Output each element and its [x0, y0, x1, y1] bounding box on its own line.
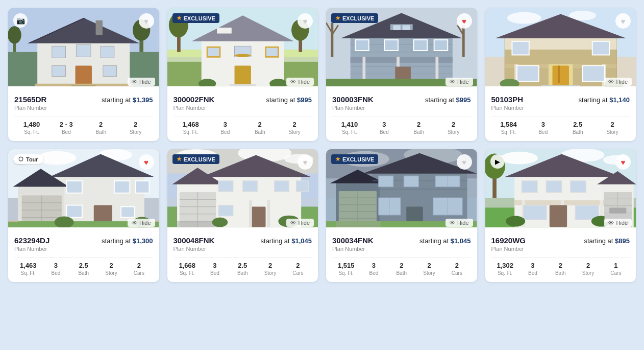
- favorite-button[interactable]: ♥: [457, 154, 472, 170]
- favorite-button[interactable]: ♥: [139, 154, 154, 170]
- card-title-row: 16920WG starting at $895: [491, 236, 630, 245]
- card-body: 623294DJ starting at $1,300 Plan Number …: [8, 231, 159, 282]
- eye-icon: 👁: [132, 220, 137, 226]
- svg-rect-171: [336, 221, 381, 227]
- bed-value: 3: [213, 262, 216, 269]
- property-card-6[interactable]: ★ EXCLUSIVE ♥ 👁 Hide 300048FNK starting …: [167, 149, 318, 282]
- card-title-row: 21565DR starting at $1,395: [14, 95, 153, 104]
- svg-rect-63: [355, 40, 369, 51]
- svg-rect-86: [582, 65, 604, 81]
- bath-stat: 2.5 Bath: [229, 262, 256, 276]
- favorite-button[interactable]: ♥: [298, 154, 313, 170]
- bed-value: 3: [54, 262, 58, 269]
- bed-stat: 3 Bed: [208, 121, 242, 135]
- hide-label: Hide: [139, 220, 151, 226]
- hide-button[interactable]: 👁 Hide: [128, 219, 155, 227]
- hide-button[interactable]: 👁 Hide: [286, 78, 314, 86]
- svg-rect-65: [414, 40, 428, 51]
- hide-label: Hide: [298, 79, 310, 85]
- cars-stat: 2 Cars: [443, 262, 470, 276]
- property-grid: 📷 ♥ 👁 Hide 21565DR starting at $1,395 Pl…: [8, 8, 636, 282]
- exclusive-badge: ★ EXCLUSIVE: [331, 154, 378, 164]
- cars-value: 2: [296, 262, 300, 269]
- exclusive-label: EXCLUSIVE: [184, 156, 215, 162]
- hide-label: Hide: [457, 79, 469, 85]
- property-card-7[interactable]: ★ EXCLUSIVE ♥ 👁 Hide 300034FNK starting …: [326, 149, 477, 282]
- tour-badge[interactable]: ⬡ Tour: [13, 154, 43, 164]
- sqft-value: 1,515: [338, 262, 355, 269]
- story-label: Story: [606, 129, 618, 135]
- story-label: Story: [264, 270, 276, 276]
- property-card-8[interactable]: ▶ ♥ 👁 Hide 16920WG starting at $895 Plan…: [485, 149, 636, 282]
- story-value: 2: [452, 121, 455, 128]
- divider: [332, 116, 471, 116]
- hide-button[interactable]: 👁 Hide: [604, 78, 632, 86]
- svg-rect-133: [218, 181, 233, 192]
- favorite-button[interactable]: ♥: [457, 13, 472, 29]
- svg-rect-28: [265, 47, 278, 57]
- svg-rect-195: [546, 181, 562, 193]
- story-label: Story: [105, 270, 117, 276]
- card-body: 300048FNK starting at $1,045 Plan Number…: [167, 231, 318, 282]
- plan-label: Plan Number: [332, 246, 471, 252]
- cars-stat: 1 Cars: [602, 262, 630, 276]
- story-value: 2: [586, 262, 590, 269]
- bath-label: Bath: [413, 129, 424, 135]
- stats-row: 1,515 Sq. Ft. 3 Bed 2 Bath 2 Story 2 Car…: [332, 262, 471, 276]
- cars-value: 1: [614, 262, 617, 269]
- bath-value: 2: [417, 121, 420, 128]
- favorite-button[interactable]: ♥: [615, 154, 631, 170]
- property-card-4[interactable]: ♥ 👁 Hide 50103PH starting at $1,140 Plan…: [485, 8, 636, 141]
- svg-rect-58: [403, 25, 410, 30]
- hide-button[interactable]: 👁 Hide: [128, 78, 155, 86]
- svg-point-6: [8, 26, 21, 43]
- price: starting at $995: [266, 96, 312, 104]
- video-badge[interactable]: ▶: [490, 154, 505, 169]
- property-card-2[interactable]: ★ EXCLUSIVE ♥ 👁 Hide 300002FNK starting …: [167, 8, 318, 141]
- favorite-button[interactable]: ♥: [615, 13, 631, 29]
- price-value: $1,045: [291, 237, 312, 245]
- svg-rect-87: [541, 85, 580, 86]
- divider: [491, 116, 630, 116]
- divider: [14, 257, 153, 258]
- hide-button[interactable]: 👁 Hide: [445, 219, 473, 227]
- bath-value: 2.5: [238, 262, 247, 269]
- bath-stat: 2.5 Bath: [70, 262, 97, 276]
- svg-rect-140: [267, 200, 270, 227]
- eye-icon: 👁: [450, 79, 455, 85]
- bed-stat: 3 Bed: [201, 262, 229, 276]
- stats-row: 1,468 Sq. Ft. 3 Bed 2 Bath 2 Story: [174, 121, 312, 135]
- plan-number: 300034FNK: [332, 236, 374, 245]
- camera-badge[interactable]: 📷: [13, 13, 28, 28]
- card-image-wrap: ★ EXCLUSIVE ♥ 👁 Hide: [167, 149, 318, 231]
- story-stat: 2 Story: [277, 121, 312, 135]
- property-card-3[interactable]: ★ EXCLUSIVE ♥ 👁 Hide 300003FNK starting …: [326, 8, 477, 141]
- svg-rect-14: [52, 65, 66, 76]
- hide-button[interactable]: 👁 Hide: [286, 219, 314, 227]
- exclusive-label: EXCLUSIVE: [342, 156, 374, 162]
- bed-label: Bed: [538, 129, 548, 135]
- plan-number: 623294DJ: [14, 236, 49, 245]
- sqft-stat: 1,668 Sq. Ft.: [174, 262, 201, 276]
- hide-button[interactable]: 👁 Hide: [445, 78, 473, 86]
- svg-point-200: [506, 216, 525, 227]
- bed-value: 2 - 3: [60, 121, 73, 128]
- favorite-button[interactable]: ♥: [139, 13, 154, 29]
- property-card-5[interactable]: ⬡ Tour ♥ 👁 Hide 623294DJ starting at $1,…: [8, 149, 159, 282]
- cars-label: Cars: [292, 270, 303, 276]
- plan-number: 16920WG: [491, 236, 526, 245]
- svg-rect-15: [103, 65, 117, 76]
- bed-value: 3: [382, 121, 386, 128]
- card-image-wrap: ★ EXCLUSIVE ♥ 👁 Hide: [326, 8, 477, 90]
- sqft-stat: 1,468 Sq. Ft.: [174, 121, 208, 135]
- favorite-button[interactable]: ♥: [298, 13, 313, 29]
- sqft-label: Sq. Ft.: [342, 129, 357, 135]
- svg-rect-161: [379, 176, 393, 186]
- stats-row: 1,584 Sq. Ft. 3 Bed 2.5 Bath 2 Story: [491, 121, 630, 135]
- svg-rect-16: [76, 65, 92, 86]
- bed-value: 3: [372, 262, 376, 269]
- card-body: 300034FNK starting at $1,045 Plan Number…: [326, 231, 477, 282]
- hide-button[interactable]: 👁 Hide: [604, 219, 632, 227]
- bath-value: 2: [258, 121, 262, 128]
- property-card-1[interactable]: 📷 ♥ 👁 Hide 21565DR starting at $1,395 Pl…: [8, 8, 159, 141]
